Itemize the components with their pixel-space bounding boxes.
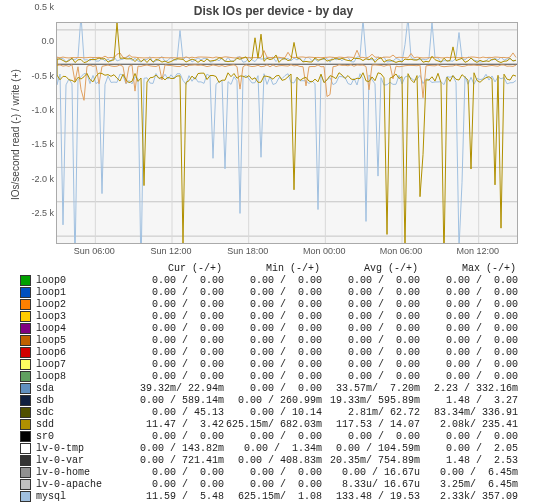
legend-row-loop1: loop10.00 / 0.000.00 / 0.000.00 / 0.000.… <box>20 286 541 298</box>
legend-header: Cur (-/+) Min (-/+) Avg (-/+) Max (-/+) <box>20 262 541 274</box>
legend-row-loop5: loop50.00 / 0.000.00 / 0.000.00 / 0.000.… <box>20 334 541 346</box>
legend-row-sdb: sdb0.00 / 589.14m0.00 / 260.99m19.33m/ 5… <box>20 394 541 406</box>
legend-row-loop8: loop80.00 / 0.000.00 / 0.000.00 / 0.000.… <box>20 370 541 382</box>
legend-row-lv-0-tmp: lv-0-tmp0.00 / 143.82m0.00 / 1.34m0.00 /… <box>20 442 541 454</box>
munin-graph: Disk IOs per device - by day IOs/second … <box>0 0 547 503</box>
legend-row-loop4: loop40.00 / 0.000.00 / 0.000.00 / 0.000.… <box>20 322 541 334</box>
y-ticks: 0.5 k0.0-0.5 k-1.0 k-1.5 k-2.0 k-2.5 k <box>24 0 54 220</box>
plot-area <box>56 22 518 244</box>
legend-row-sr0: sr00.00 / 0.000.00 / 0.000.00 / 0.000.00… <box>20 430 541 442</box>
legend-row-loop6: loop60.00 / 0.000.00 / 0.000.00 / 0.000.… <box>20 346 541 358</box>
legend-row-sdd: sdd11.47 / 3.42625.15m/ 682.03m117.53 / … <box>20 418 541 430</box>
legend-row-loop3: loop30.00 / 0.000.00 / 0.000.00 / 0.000.… <box>20 310 541 322</box>
legend-row-mysql: mysql11.59 / 5.48625.15m/ 1.08133.48 / 1… <box>20 490 541 502</box>
legend-row-loop7: loop70.00 / 0.000.00 / 0.000.00 / 0.000.… <box>20 358 541 370</box>
chart-title: Disk IOs per device - by day <box>0 0 547 22</box>
legend-row-sda: sda39.32m/ 22.94m0.00 / 0.0033.57m/ 7.20… <box>20 382 541 394</box>
legend: Cur (-/+) Min (-/+) Avg (-/+) Max (-/+) … <box>20 262 541 503</box>
x-ticks: Sun 06:00Sun 12:00Sun 18:00Mon 00:00Mon … <box>56 244 516 256</box>
legend-row-loop0: loop00.00 / 0.000.00 / 0.000.00 / 0.000.… <box>20 274 541 286</box>
legend-row-lv-0-home: lv-0-home0.00 / 0.000.00 / 0.000.00 / 16… <box>20 466 541 478</box>
legend-row-lv-0-apache: lv-0-apache0.00 / 0.000.00 / 0.008.33u/ … <box>20 478 541 490</box>
legend-row-sdc: sdc0.00 / 45.130.00 / 10.142.81m/ 62.728… <box>20 406 541 418</box>
y-axis-label: IOs/second read (-) / write (+) <box>10 69 21 200</box>
legend-row-loop2: loop20.00 / 0.000.00 / 0.000.00 / 0.000.… <box>20 298 541 310</box>
plot-svg <box>57 23 517 243</box>
legend-row-lv-0-var: lv-0-var0.00 / 721.41m0.00 / 408.83m20.3… <box>20 454 541 466</box>
